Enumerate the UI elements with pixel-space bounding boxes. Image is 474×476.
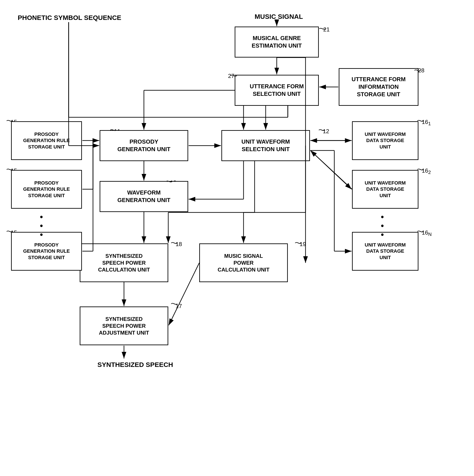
box-music-signal-power-calc: MUSIC SIGNALPOWERCALCULATION UNIT <box>199 243 288 282</box>
ref-161: 161 <box>422 119 431 127</box>
box-unit-waveform-storage-n: UNIT WAVEFORMDATA STORAGEUNIT <box>352 232 419 271</box>
ref-17: 17 <box>176 303 182 310</box>
ref-162: 162 <box>422 167 431 175</box>
ref-18: 18 <box>176 241 182 248</box>
ref-16n: 16N <box>422 229 432 237</box>
svg-line-33 <box>310 151 351 189</box>
box-utterance-form-selection: UTTERANCE FORMSELECTION UNIT <box>235 75 319 106</box>
svg-line-44 <box>169 263 199 325</box>
ref-12: 12 <box>323 128 329 135</box>
box-prosody-generation: PROSODYGENERATION UNIT <box>100 130 188 161</box>
box-unit-waveform-storage-1: UNIT WAVEFORMDATA STORAGEUNIT <box>352 121 419 160</box>
phonetic-symbol-label: PHONETIC SYMBOL SEQUENCE <box>18 13 121 22</box>
ref-19: 19 <box>299 241 306 248</box>
box-synth-speech-power-calc: SYNTHESIZEDSPEECH POWERCALCULATION UNIT <box>80 243 168 282</box>
dots-waveform-storage: ••• <box>381 212 384 239</box>
ref-27: 27 <box>228 73 234 79</box>
box-unit-waveform-selection: UNIT WAVEFORMSELECTION UNIT <box>221 130 310 161</box>
box-prosody-rule-storage-1: PROSODYGENERATION RULESTORAGE UNIT <box>11 121 82 160</box>
ref-28: 28 <box>418 67 424 74</box>
box-waveform-generation: WAVEFORMGENERATION UNIT <box>100 181 188 212</box>
box-prosody-rule-storage-2: PROSODYGENERATION RULESTORAGE UNIT <box>11 170 82 209</box>
box-utterance-form-info-storage: UTTERANCE FORMINFORMATIONSTORAGE UNIT <box>339 68 419 106</box>
box-musical-genre-estimation: MUSICAL GENREESTIMATION UNIT <box>235 27 319 58</box>
diagram: PHONETIC SYMBOL SEQUENCE MUSIC SIGNAL 21… <box>0 0 474 476</box>
box-synth-speech-power-adj: SYNTHESIZEDSPEECH POWERADJUSTMENT UNIT <box>80 306 168 345</box>
box-prosody-rule-storage-n: PROSODYGENERATION RULESTORAGE UNIT <box>11 232 82 271</box>
svg-line-48 <box>310 151 352 189</box>
ref-21: 21 <box>323 26 330 33</box>
box-unit-waveform-storage-2: UNIT WAVEFORMDATA STORAGEUNIT <box>352 170 419 209</box>
music-signal-label: MUSIC SIGNAL <box>255 12 303 21</box>
synthesized-speech-output: SYNTHESIZED SPEECH <box>97 360 173 369</box>
dots-prosody-storage: ••• <box>40 212 43 239</box>
